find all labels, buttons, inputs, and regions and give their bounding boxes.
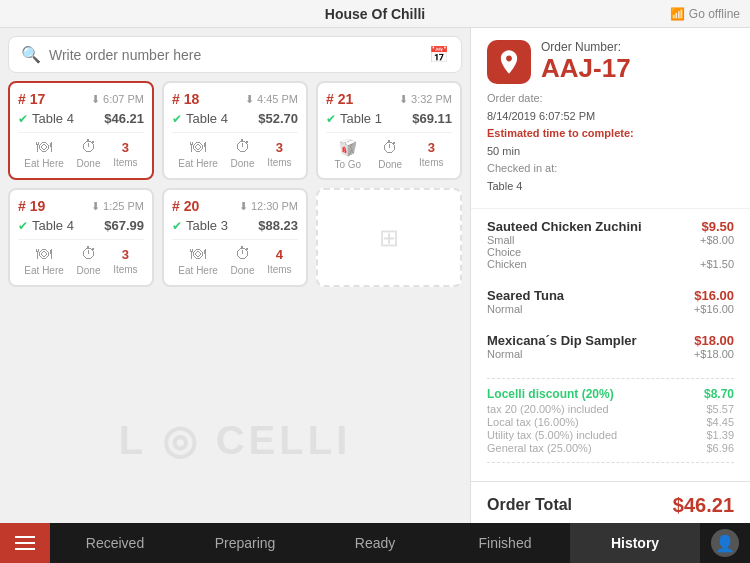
tab-ready[interactable]: Ready <box>310 523 440 563</box>
item-price: $18.00 <box>694 333 734 348</box>
eat-here-icon: 🍽 <box>36 245 52 263</box>
order-header-top: Order Number: AAJ-17 <box>487 40 734 84</box>
hamburger-icon <box>15 536 35 550</box>
items-item: 3 Items <box>419 140 443 168</box>
done-icon: ⏱ <box>382 139 398 157</box>
item-row-1: Sauteed Chicken Zuchini $9.50 Small +$8.… <box>487 219 734 278</box>
item-row-3: Mexicana´s Dip Sampler $18.00 Normal +$1… <box>487 333 734 368</box>
item-main-row: Seared Tuna $16.00 <box>487 288 734 303</box>
eat-here-label: Eat Here <box>178 158 217 169</box>
item-modifier-price: +$1.50 <box>700 258 734 270</box>
eat-here-item: 🍽 Eat Here <box>24 245 63 276</box>
item-modifier: Normal <box>487 348 522 360</box>
card-total: $69.11 <box>412 111 452 126</box>
done-item: ⏱ Done <box>77 138 101 169</box>
eat-here-item: 🍽 Eat Here <box>178 245 217 276</box>
divider-bottom <box>487 462 734 463</box>
order-card-17[interactable]: # 17 ⬇ 6:07 PM ✔ Table 4 $46.21 🍽 Eat He… <box>8 81 154 180</box>
discount-value: $8.70 <box>704 387 734 401</box>
card-header: # 20 ⬇ 12:30 PM <box>172 198 298 214</box>
item-sub-2: Choice <box>487 246 734 258</box>
tax-value: $4.45 <box>706 416 734 428</box>
order-card-19[interactable]: # 19 ⬇ 1:25 PM ✔ Table 4 $67.99 🍽 Eat He… <box>8 188 154 287</box>
download-icon: ⬇ <box>91 93 100 106</box>
order-meta: Order date: 8/14/2019 6:07:52 PM Estimat… <box>487 90 734 196</box>
tax-row-1: tax 20 (20.00%) included $5.57 <box>487 403 734 415</box>
item-modifier-price: +$16.00 <box>694 303 734 315</box>
divider <box>487 378 734 379</box>
order-time: ⬇ 12:30 PM <box>239 200 298 213</box>
order-number-label: Order Number: <box>541 40 734 54</box>
items-label: Items <box>267 157 291 168</box>
items-label: Items <box>419 157 443 168</box>
tab-history[interactable]: History <box>570 523 700 563</box>
eat-here-label: Eat Here <box>24 158 63 169</box>
watermark: L ◎ CELLI <box>119 417 351 463</box>
order-total-label: Order Total <box>487 496 572 514</box>
checked-in-label: Checked in at: <box>487 162 557 174</box>
done-item: ⏱ Done <box>231 245 255 276</box>
tab-finished[interactable]: Finished <box>440 523 570 563</box>
order-time: ⬇ 1:25 PM <box>91 200 144 213</box>
items-count: 3 <box>276 140 283 155</box>
order-header-info: Order Number: AAJ-17 <box>541 40 734 83</box>
download-icon: ⬇ <box>245 93 254 106</box>
item-price: $16.00 <box>694 288 734 303</box>
download-icon: ⬇ <box>399 93 408 106</box>
download-icon: ⬇ <box>91 200 100 213</box>
item-name: Sauteed Chicken Zuchini <box>487 219 642 234</box>
items-count: 3 <box>428 140 435 155</box>
search-bar: 🔍 📅 <box>8 36 462 73</box>
order-card-18[interactable]: # 18 ⬇ 4:45 PM ✔ Table 4 $52.70 🍽 Eat He… <box>162 81 308 180</box>
order-avatar <box>487 40 531 84</box>
tax-label: tax 20 (20.00%) included <box>487 403 609 415</box>
item-modifier-detail: Chicken <box>487 258 527 270</box>
tax-row-4: General tax (25.00%) $6.96 <box>487 442 734 454</box>
search-icon: 🔍 <box>21 45 41 64</box>
wifi-icon: 📶 <box>670 7 685 21</box>
done-item: ⏱ Done <box>378 139 402 170</box>
item-price: $9.50 <box>701 219 734 234</box>
top-bar: House Of Chilli 📶 Go offline <box>0 0 750 28</box>
item-main-row: Mexicana´s Dip Sampler $18.00 <box>487 333 734 348</box>
eta-label: Estimated time to complete: <box>487 127 634 139</box>
profile-button[interactable]: 👤 <box>700 523 750 563</box>
eat-here-label: Eat Here <box>24 265 63 276</box>
items-item: 3 Items <box>267 140 291 168</box>
card-header: # 19 ⬇ 1:25 PM <box>18 198 144 214</box>
eta-value: 50 min <box>487 145 520 157</box>
item-name: Mexicana´s Dip Sampler <box>487 333 637 348</box>
tab-preparing[interactable]: Preparing <box>180 523 310 563</box>
tab-received[interactable]: Received <box>50 523 180 563</box>
order-number: # 20 <box>172 198 199 214</box>
tax-row-2: Local tax (16.00%) $4.45 <box>487 416 734 428</box>
order-number-value: AAJ-17 <box>541 54 734 83</box>
order-time: ⬇ 4:45 PM <box>245 93 298 106</box>
items-item: 3 Items <box>113 140 137 168</box>
card-total: $46.21 <box>104 111 144 126</box>
table-name: ✔ Table 4 <box>18 218 74 233</box>
nav-tabs: Received Preparing Ready Finished Histor… <box>50 523 700 563</box>
done-label: Done <box>77 265 101 276</box>
item-row-2: Seared Tuna $16.00 Normal +$16.00 <box>487 288 734 323</box>
search-input[interactable] <box>49 47 421 63</box>
order-card-20[interactable]: # 20 ⬇ 12:30 PM ✔ Table 3 $88.23 🍽 Eat H… <box>162 188 308 287</box>
card-total: $67.99 <box>104 218 144 233</box>
card-table-row: ✔ Table 1 $69.11 <box>326 111 452 126</box>
order-card-21[interactable]: # 21 ⬇ 3:32 PM ✔ Table 1 $69.11 🥡 To Go <box>316 81 462 180</box>
eat-here-label: Eat Here <box>178 265 217 276</box>
discount-row: Locelli discount (20%) $8.70 <box>487 387 734 401</box>
grid-icon: ⊞ <box>379 224 399 252</box>
done-label: Done <box>378 159 402 170</box>
card-footer: 🍽 Eat Here ⏱ Done 4 Items <box>172 239 298 276</box>
bottom-nav: Received Preparing Ready Finished Histor… <box>0 523 750 563</box>
order-number: # 21 <box>326 91 353 107</box>
calendar-icon[interactable]: 📅 <box>429 45 449 64</box>
menu-button[interactable] <box>0 523 50 563</box>
item-name: Seared Tuna <box>487 288 564 303</box>
done-label: Done <box>77 158 101 169</box>
go-offline-button[interactable]: 📶 Go offline <box>670 7 740 21</box>
eat-here-icon: 🍽 <box>190 138 206 156</box>
items-label: Items <box>267 264 291 275</box>
item-main-row: Sauteed Chicken Zuchini $9.50 <box>487 219 734 234</box>
